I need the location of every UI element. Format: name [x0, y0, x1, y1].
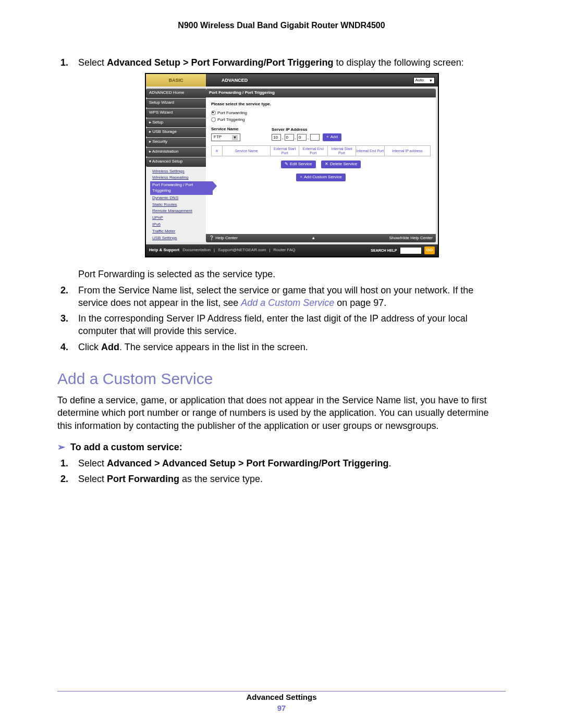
ip-octet-3[interactable]: 0	[297, 134, 307, 141]
sub-wireless-settings[interactable]: Wireless Settings	[152, 168, 206, 175]
sub-dynamic-dns[interactable]: Dynamic DNS	[152, 195, 206, 202]
ip-octet-4[interactable]	[310, 134, 320, 141]
docs-link[interactable]: Documentation	[182, 248, 211, 253]
add-button-label: Add	[331, 134, 338, 140]
col-ext-end: External End Port	[299, 146, 327, 156]
delete-service-label: Delete Service	[330, 162, 357, 167]
task-step-2: Select Port Forwarding as the service ty…	[78, 473, 506, 485]
radio-port-forwarding[interactable]: Port Forwarding	[211, 110, 431, 116]
sidebar-item-usb[interactable]: ▸ USB Storage	[146, 128, 206, 137]
instruction-list: Select Advanced Setup > Port Forwarding/…	[57, 56, 506, 353]
step-4-bold: Add	[101, 342, 119, 352]
section-heading: Add a Custom Service	[57, 370, 506, 388]
step-3: In the corresponding Server IP Address f…	[78, 312, 506, 338]
step-1-text-a: Select	[78, 57, 107, 68]
radio-unchecked-icon	[211, 117, 216, 122]
chevron-down-icon: ▼	[429, 78, 433, 83]
dot: .	[282, 134, 284, 141]
sidebar-item-home[interactable]: ADVANCED Home	[146, 89, 206, 98]
help-center-link[interactable]: ❔ Help Center	[209, 236, 238, 241]
step-4-text-c: . The service appears in the list in the…	[119, 342, 308, 352]
service-type-prompt: Please select the service type.	[211, 102, 431, 107]
col-num: #	[212, 146, 223, 156]
help-support-label: Help & Support	[149, 248, 179, 253]
sep: |	[269, 248, 270, 253]
lang-select[interactable]: Auto ▼	[413, 77, 435, 84]
tab-basic[interactable]: BASIC	[146, 74, 206, 87]
edit-service-label: Edit Service	[290, 162, 312, 167]
task-step-1: Select Advanced > Advanced Setup > Port …	[78, 457, 506, 470]
sidebar-item-setup-wizard[interactable]: Setup Wizard	[146, 98, 206, 108]
col-int-end: Internal End Port	[356, 146, 385, 156]
faq-link[interactable]: Router FAQ	[273, 248, 295, 253]
sidebar-item-setup[interactable]: ▸ Setup	[146, 118, 206, 128]
sub-traffic-meter[interactable]: Traffic Meter	[152, 228, 206, 235]
sub-port-forwarding-active[interactable]: Port Forwarding / Port Triggering	[150, 181, 213, 195]
step-4: Click Add. The service appears in the li…	[78, 341, 506, 353]
section-paragraph: To define a service, game, or applicatio…	[57, 394, 506, 432]
sidebar-item-wps[interactable]: WPS Wizard	[146, 108, 206, 118]
col-service-name: Service Name	[223, 146, 271, 156]
expand-up-icon[interactable]: ▲	[311, 236, 315, 241]
task-heading-text: To add a custom service:	[70, 442, 182, 452]
support-link[interactable]: Support@NETGEAR.com	[218, 248, 266, 253]
task-list: Select Advanced > Advanced Setup > Port …	[57, 457, 506, 486]
sidebar-item-advanced-setup[interactable]: ▾ Advanced Setup	[146, 157, 206, 167]
footer: Advanced Settings 97	[0, 693, 563, 712]
pencil-icon: ✎	[285, 162, 288, 167]
sidebar: ADVANCED Home Setup Wizard WPS Wizard ▸ …	[146, 87, 206, 244]
step-2-text-b: on page 97.	[334, 298, 386, 308]
service-name-select[interactable]: FTP ▼	[211, 133, 240, 141]
task-heading: ➢To add a custom service:	[57, 441, 506, 453]
help-center-label: Help Center	[215, 236, 238, 240]
dot: .	[308, 134, 309, 141]
t2-c: as the service type.	[179, 474, 263, 484]
step-1: Select Advanced Setup > Port Forwarding/…	[78, 56, 506, 281]
go-button[interactable]: GO	[424, 246, 435, 254]
delete-service-button[interactable]: ✕Delete Service	[321, 161, 361, 168]
ip-octet-2[interactable]: 0	[285, 134, 294, 141]
sidebar-item-security[interactable]: ▸ Security	[146, 138, 206, 147]
chevron-right-icon: ➢	[57, 442, 65, 452]
step-2: From the Service Name list, select the s…	[78, 284, 506, 310]
footer-page-number: 97	[0, 704, 563, 712]
step-4-text-a: Click	[78, 342, 101, 352]
server-ip-label: Server IP Address	[272, 127, 341, 133]
sub-upnp[interactable]: UPnP	[152, 215, 206, 221]
footer-rule	[57, 691, 506, 692]
service-table: # Service Name External Start Port Exter…	[211, 145, 431, 156]
content-panel: Port Forwarding / Port Triggering Please…	[206, 89, 436, 242]
show-hide-help-link[interactable]: Show/Hide Help Center	[389, 236, 433, 241]
dot: .	[295, 134, 297, 141]
sub-ipv6[interactable]: IPv6	[152, 221, 206, 228]
doc-header-title: N900 Wireless Dual Band Gigabit Router W…	[57, 21, 506, 30]
tab-advanced[interactable]: ADVANCED	[206, 74, 282, 87]
col-ext-start: External Start Port	[271, 146, 299, 156]
search-input[interactable]	[400, 248, 421, 254]
sub-wireless-repeating[interactable]: Wireless Repeating	[152, 175, 206, 181]
radio-checked-icon	[211, 110, 216, 115]
sidebar-item-admin[interactable]: ▸ Administration	[146, 147, 206, 157]
panel-title: Port Forwarding / Port Triggering	[206, 89, 436, 97]
plus-icon: +	[300, 175, 302, 180]
sub-usb-settings[interactable]: USB Settings	[152, 235, 206, 242]
add-custom-service-button[interactable]: +Add Custom Service	[296, 174, 346, 181]
t1-b: Advanced > Advanced Setup > Port Forward…	[107, 458, 388, 468]
search-help-label: SEARCH HELP	[371, 249, 397, 252]
ip-octet-1[interactable]: 10	[272, 134, 281, 141]
edit-service-button[interactable]: ✎Edit Service	[281, 161, 316, 168]
t2-a: Select	[78, 474, 107, 484]
radio-port-triggering[interactable]: Port Triggering	[211, 117, 431, 123]
chevron-down-icon: ▼	[232, 135, 238, 140]
add-button[interactable]: +Add	[323, 133, 341, 141]
step-1-note: Port Forwarding is selected as the servi…	[78, 268, 506, 280]
step-1-path: Advanced Setup > Port Forwarding/Port Tr…	[107, 57, 334, 68]
sub-static-routes[interactable]: Static Routes	[152, 202, 206, 208]
help-icon: ❔	[209, 236, 214, 240]
service-name-value: FTP	[214, 134, 222, 140]
sub-remote-mgmt[interactable]: Remote Management	[152, 208, 206, 215]
radio-label-triggering: Port Triggering	[217, 117, 244, 122]
col-int-start: Internal Start Port	[327, 146, 356, 156]
step-2-link[interactable]: Add a Custom Service	[241, 298, 334, 308]
sep: |	[214, 248, 215, 253]
